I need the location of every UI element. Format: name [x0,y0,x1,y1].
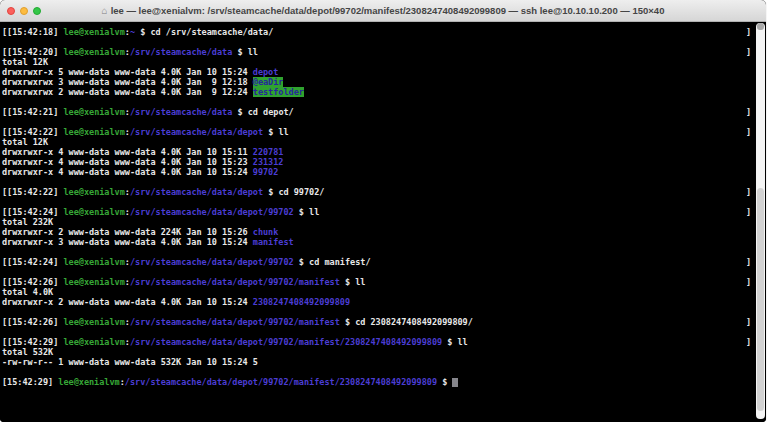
home-folder-icon: ⌂ [102,5,108,16]
scrollbar-thumb[interactable] [757,188,764,411]
terminal-text-segment: [[15:42:21] [2,107,63,117]
terminal-text-segment: $ cd depot/ [232,107,293,117]
terminal-text-segment: ] [746,277,751,287]
terminal-text-segment: ] [746,187,751,197]
terminal-text-segment: /srv/steamcache/data/depot/99702 [130,207,294,217]
terminal-text-segment: /srv/steamcache/data/depot/99702/manifes… [130,277,340,287]
terminal-line: drwxrwxr-x 5 www-data www-data 4.0K Jan … [2,67,766,77]
terminal-text-segment: /srv/steamcache/data [130,107,232,117]
terminal-text-segment: manifest [253,237,294,247]
terminal-text-segment: ] [746,257,751,267]
terminal-text-segment: $ ll [340,277,366,287]
terminal-text-segment: lee@xenialvm [63,277,124,287]
terminal-line: [[15:42:26] lee@xenialvm:/srv/steamcache… [2,317,766,327]
terminal-text-segment: ] [746,127,751,137]
cursor-block [452,378,457,387]
window-titlebar[interactable]: ⌂lee — lee@xenialvm: /srv/steamcache/dat… [0,0,766,22]
terminal-text-segment: lee@xenialvm [63,337,124,347]
terminal-text-segment: $ [437,377,452,387]
terminal-text-segment: 220781 [253,147,284,157]
terminal-text-segment: total 12K [2,137,48,147]
terminal-text-segment: total 232K [2,217,53,227]
terminal-text-segment: drwxrwxr-x 3 www-data www-data 4.0K Jan … [2,237,253,247]
minimize-button[interactable] [20,7,28,15]
terminal-text-segment: $ cd manifest/ [294,257,371,267]
terminal-line: -rw-rw-r-- 1 www-data www-data 532K Jan … [2,357,766,367]
terminal-line [2,97,766,107]
terminal-text-segment: $ cd /srv/steamcache/data/ [135,27,273,37]
terminal-text-segment: lee@xenialvm [63,27,124,37]
terminal-text-segment: lee@xenialvm [63,127,124,137]
terminal-text-segment: [[15:42:22] [2,127,63,137]
terminal-line: total 232K [2,217,766,227]
terminal-text-segment: /srv/steamcache/data [130,47,232,57]
terminal-text-segment: ] [746,107,751,117]
terminal-text-segment: /srv/steamcache/data/depot/99702 [130,257,294,267]
terminal-text-segment: lee@xenialvm [63,317,124,327]
terminal-line: total 12K [2,137,766,147]
terminal-line: drwxrwxrwx 3 www-data www-data 4.0K Jan … [2,77,766,87]
terminal-text-segment: [[15:42:26] [2,317,63,327]
terminal-text-segment: $ ll [442,337,468,347]
terminal-text-segment: [[15:42:18] [2,27,63,37]
terminal-text-segment: drwxrwxr-x 4 www-data www-data 4.0K Jan … [2,157,253,167]
terminal-text-segment: $ cd 2308247408492099809/ [340,317,473,327]
terminal-line [2,307,766,317]
terminal-window: ⌂lee — lee@xenialvm: /srv/steamcache/dat… [0,0,766,422]
terminal-text-segment: testfolder [253,87,304,97]
terminal-text-segment: 231312 [253,157,284,167]
terminal-text-segment: -rw-rw-r-- 1 www-data www-data 532K Jan … [2,357,258,367]
close-button[interactable] [7,7,15,15]
terminal-text-segment: [[15:42:29] [2,337,63,347]
terminal-text-segment: 99702 [253,167,279,177]
terminal-line [2,267,766,277]
terminal-line: [[15:42:29] lee@xenialvm:/srv/steamcache… [2,337,766,347]
terminal-text-segment: chunk [253,227,279,237]
terminal-line: total 4.0K [2,287,766,297]
terminal-line [2,247,766,257]
terminal-text-segment: /srv/steamcache/data/depot/99702/manifes… [125,377,437,387]
terminal-line: drwxrwxr-x 2 www-data www-data 224K Jan … [2,227,766,237]
terminal-text-segment: $ ll [232,47,258,57]
terminal-line: drwxrwxr-x 2 www-data www-data 4.0K Jan … [2,297,766,307]
terminal-line: [[15:42:22] lee@xenialvm:/srv/steamcache… [2,127,766,137]
terminal-text-segment: drwxrwxr-x 2 www-data www-data 224K Jan … [2,227,253,237]
terminal-line [2,197,766,207]
terminal-line: [[15:42:26] lee@xenialvm:/srv/steamcache… [2,277,766,287]
terminal-screen[interactable]: [[15:42:18] lee@xenialvm:~ $ cd /srv/ste… [0,22,766,422]
terminal-text-segment: $ ll [263,127,289,137]
terminal-text-segment: $ ll [294,207,320,217]
terminal-line: [[15:42:24] lee@xenialvm:/srv/steamcache… [2,257,766,267]
terminal-line [2,37,766,47]
terminal-text-segment: [[15:42:24] [2,257,63,267]
terminal-line [2,367,766,377]
terminal-text-segment: $ cd 99702/ [263,187,324,197]
traffic-lights [7,7,41,15]
scrollbar-top-cap [757,23,764,30]
terminal-text-segment: [[15:42:24] [2,207,63,217]
terminal-text-segment: ] [746,27,751,37]
terminal-text-segment: ] [746,317,751,327]
terminal-text-segment: /srv/steamcache/data/depot/99702/manifes… [130,337,442,347]
terminal-line: total 532K [2,347,766,357]
terminal-text-segment: drwxrwxrwx 2 www-data www-data 4.0K Jan … [2,87,253,97]
terminal-text-segment: drwxrwxr-x 2 www-data www-data 4.0K Jan … [2,297,253,307]
scrollbar[interactable] [756,23,765,419]
terminal-text-segment: total 532K [2,347,53,357]
terminal-line: [[15:42:22] lee@xenialvm:/srv/steamcache… [2,187,766,197]
terminal-text-segment: [[15:42:26] [2,277,63,287]
terminal-line: [[15:42:20] lee@xenialvm:/srv/steamcache… [2,47,766,57]
terminal-text-segment: total 4.0K [2,287,53,297]
terminal-text-segment: lee@xenialvm [63,257,124,267]
terminal-text-segment: /srv/steamcache/data/depot/99702/manifes… [130,317,340,327]
terminal-text-segment: lee@xenialvm [63,187,124,197]
terminal-text-segment: 2308247408492099809 [253,297,350,307]
terminal-line: [[15:42:21] lee@xenialvm:/srv/steamcache… [2,107,766,117]
terminal-line [2,327,766,337]
terminal-text-segment: [15:42:29] [2,377,58,387]
terminal-text-segment: ] [746,207,751,217]
terminal-text-segment: drwxrwxrwx 3 www-data www-data 4.0K Jan … [2,77,253,87]
terminal-line [2,177,766,187]
zoom-button[interactable] [33,7,41,15]
terminal-text-segment: /srv/steamcache/data/depot [130,187,263,197]
